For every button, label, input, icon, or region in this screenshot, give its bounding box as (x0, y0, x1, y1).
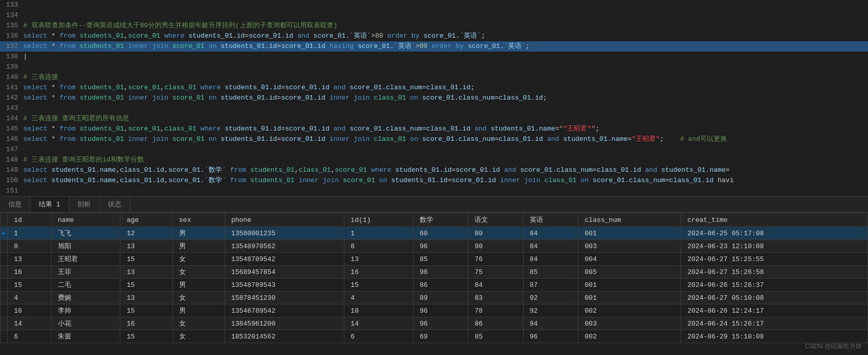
watermark: CSDN @回家吃月饼 (805, 342, 862, 351)
col-id-header[interactable]: id (8, 213, 52, 227)
table-row[interactable]: 15二毛15男13548789543158684870012024-06-26 … (1, 279, 868, 292)
table-row[interactable]: 6朱茵15女1853201456266985960022024-06-29 15… (1, 330, 868, 343)
col-chinese-header[interactable]: 语文 (468, 213, 524, 227)
code-line-149: 149 select students_01.name,class_01.id,… (0, 165, 868, 175)
code-line-134: 134 (0, 10, 868, 21)
tab-info[interactable]: 信息 (0, 197, 30, 212)
col-creattime-header[interactable]: creat_time (681, 213, 868, 227)
code-line-145: 145 select * from students_01,score_01,c… (0, 124, 868, 134)
results-table-container: id name age sex phone id(1) 数学 语文 英语 cla… (0, 213, 868, 343)
table-row[interactable]: 14小花16女13845961200149686940032024-06-24 … (1, 317, 868, 330)
col-name-header[interactable]: name (51, 213, 120, 227)
table-row[interactable]: 8旭阳13男1354897056289690840032024-06-23 12… (1, 240, 868, 253)
col-age-header[interactable]: age (120, 213, 172, 227)
code-line-148: 148 # 三表连接 查询王昭君的id和数学分数 (0, 155, 868, 165)
code-line-138: 138 | (0, 52, 868, 62)
code-line-146: 146 select * from students_01 inner join… (0, 134, 868, 144)
col-classnum-header[interactable]: class_num (578, 213, 681, 227)
col-indicator-header (1, 213, 8, 227)
code-line-133: 133 (0, 0, 868, 10)
col-id1-header[interactable]: id(1) (344, 213, 414, 227)
code-line-136: 136 select * from students_01,score_01 w… (0, 31, 868, 41)
code-line-140: 140 # 三表连接 (0, 72, 868, 83)
table-row[interactable]: 10李帅15男13548789542109678920022024-06-26 … (1, 304, 868, 317)
code-line-137: 137 select * from students_01 inner join… (0, 41, 868, 52)
table-header-row: id name age sex phone id(1) 数学 语文 英语 cla… (1, 213, 868, 227)
code-lines: 133 134 135 # 双表联查加条件--查询英语成绩大于80分的男生并根据… (0, 0, 868, 196)
col-sex-header[interactable]: sex (172, 213, 225, 227)
tab-results[interactable]: 结果 1 (30, 197, 69, 212)
results-table: id name age sex phone id(1) 数学 语文 英语 cla… (0, 213, 868, 343)
code-line-144: 144 # 三表连接 查询王昭君的所有信息 (0, 114, 868, 124)
code-line-135: 135 # 双表联查加条件--查询英语成绩大于80分的男生并根据年龄升序排列(上… (0, 21, 868, 31)
table-row[interactable]: 16王菲13女15689457854169675850052024-06-27 … (1, 266, 868, 279)
code-line-143: 143 (0, 103, 868, 114)
editor-area: 133 134 135 # 双表联查加条件--查询英语成绩大于80分的男生并根据… (0, 0, 868, 196)
code-line-139: 139 (0, 62, 868, 72)
code-line-142: 142 select * from students_01 inner join… (0, 93, 868, 103)
table-row[interactable]: 4费婉13女1587845123048983920012024-06-27 05… (1, 292, 868, 304)
code-line-151: 151 (0, 186, 868, 196)
col-math-header[interactable]: 数学 (413, 213, 468, 227)
col-phone-header[interactable]: phone (225, 213, 344, 227)
tabs-bar: 信息 结果 1 剖析 状态 (0, 197, 868, 213)
tab-profile[interactable]: 剖析 (69, 197, 100, 212)
table-row[interactable]: ▶1飞飞12男1358000123516080840012024-06-25 0… (1, 227, 868, 240)
col-english-header[interactable]: 英语 (523, 213, 578, 227)
tab-status[interactable]: 状态 (100, 197, 130, 212)
code-line-141: 141 select * from students_01,score_01,c… (0, 83, 868, 93)
code-line-147: 147 (0, 144, 868, 155)
bottom-panel: 信息 结果 1 剖析 状态 id name age sex phone id(1… (0, 196, 868, 343)
table-row[interactable]: 13王昭君15女13548789542138576840042024-06-27… (1, 253, 868, 266)
code-line-150: 150 select students_01.name,class_01.id,… (0, 175, 868, 186)
